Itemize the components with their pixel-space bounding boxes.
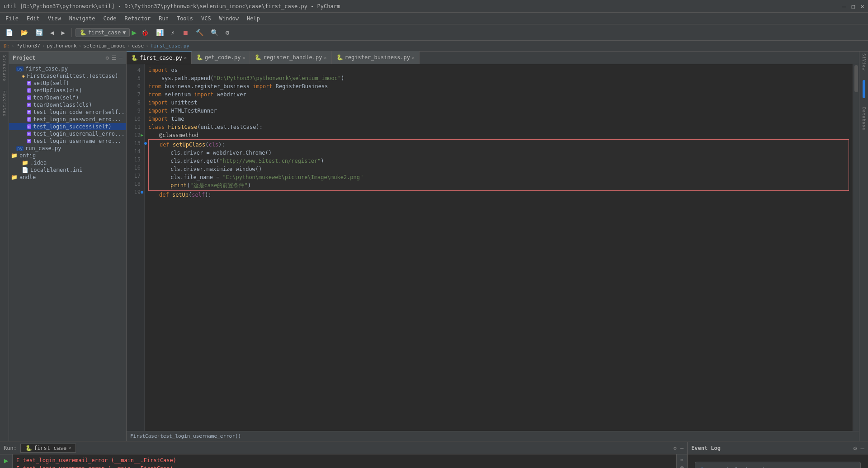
tree-item-test-username[interactable]: m test_login_username_erro... bbox=[9, 137, 126, 145]
editor-tab-bar: 🐍 first_case.py ✕ 🐍 get_code.py ✕ 🐍 regi… bbox=[127, 52, 859, 64]
database-icon[interactable]: Database bbox=[862, 107, 866, 130]
favorites-panel-icon[interactable]: Favorites bbox=[2, 90, 7, 117]
menu-file[interactable]: File bbox=[2, 14, 22, 23]
project-gear-icon[interactable]: ⚙ bbox=[106, 55, 109, 61]
close-button[interactable]: ✕ bbox=[861, 3, 864, 10]
method-icon: m bbox=[27, 117, 31, 122]
tree-item-firstcase-class[interactable]: ◈ FirstCase(unittest.TestCase) bbox=[9, 72, 126, 80]
run-trash-icon[interactable]: 🗑 bbox=[679, 465, 685, 468]
tree-item-config[interactable]: 📁 onfig bbox=[9, 152, 126, 159]
profile-icon[interactable]: ⚡ bbox=[168, 28, 177, 38]
tree-item-setupclass[interactable]: m setUpClass(cls) bbox=[9, 87, 126, 94]
sync-icon[interactable]: 🔄 bbox=[33, 28, 46, 38]
tree-item-test-code-error[interactable]: m test_login_code_error(self... bbox=[9, 109, 126, 116]
tab-close-button[interactable]: ✕ bbox=[412, 55, 415, 60]
tab-label: first_case.py bbox=[140, 55, 182, 61]
breadcrumb: D: › Python37 › pythonwork › selenium_im… bbox=[0, 41, 868, 52]
run-panel-hide-icon[interactable]: — bbox=[680, 445, 684, 451]
breadcrumb-drive[interactable]: D: bbox=[4, 43, 9, 49]
event-log-hide-icon[interactable]: — bbox=[861, 444, 864, 452]
menu-help[interactable]: Help bbox=[243, 14, 264, 23]
build-icon[interactable]: 🔨 bbox=[193, 28, 206, 38]
run-tab-close[interactable]: ✕ bbox=[68, 445, 71, 450]
forward-icon[interactable]: ▶ bbox=[58, 28, 67, 38]
bottom-panel: Run: 🐍 first_case ✕ ⚙ — ▶ ↑ ⏹ ↓ ⏸ ↻ ↕ 🖨 bbox=[0, 441, 868, 468]
tab-close-button[interactable]: ✕ bbox=[184, 55, 187, 60]
minimize-button[interactable]: — bbox=[842, 3, 846, 10]
run-edit-icon[interactable]: ✏ bbox=[680, 456, 684, 463]
breadcrumb-python37[interactable]: Python37 bbox=[16, 43, 40, 49]
run-configuration[interactable]: 🐍 first_case ▼ bbox=[75, 28, 130, 37]
folder-icon: 📁 bbox=[22, 160, 28, 166]
tab-close-button[interactable]: ✕ bbox=[242, 55, 245, 60]
tab-register-handle[interactable]: 🐍 register_handle.py ✕ bbox=[250, 51, 331, 64]
code-editor[interactable]: 4 5 6 7 8 9 10 11 12 ▶ 13 ● 14 15 16 bbox=[127, 64, 859, 431]
menu-tools[interactable]: Tools bbox=[173, 14, 197, 23]
line-numbers: 4 5 6 7 8 9 10 11 12 ▶ 13 ● 14 15 16 bbox=[127, 64, 145, 431]
open-icon[interactable]: 📂 bbox=[18, 28, 31, 38]
search-everywhere-icon[interactable]: 🔍 bbox=[208, 28, 221, 38]
run-right-icons: ✏ 🗑 🔧 bbox=[676, 454, 687, 468]
menu-view[interactable]: View bbox=[44, 14, 65, 23]
tree-item-test-success[interactable]: m test_login_success(self) bbox=[9, 123, 126, 130]
tree-item-first-case[interactable]: py first_case.py bbox=[9, 65, 126, 72]
tree-item-setup[interactable]: m setUp(self) bbox=[9, 80, 126, 87]
tree-item-test-password-error[interactable]: m test_login_password_erro... bbox=[9, 116, 126, 123]
maximize-button[interactable]: ❐ bbox=[851, 3, 855, 10]
menu-navigate[interactable]: Navigate bbox=[66, 14, 99, 23]
back-icon[interactable]: ◀ bbox=[47, 28, 57, 38]
tree-item-handle[interactable]: 📁 andle bbox=[9, 174, 126, 181]
breadcrumb-pythonwork[interactable]: pythonwork bbox=[47, 43, 76, 49]
tab-get-code[interactable]: 🐍 get_code.py ✕ bbox=[192, 51, 250, 64]
project-layout-icon[interactable]: ☰ bbox=[112, 55, 117, 61]
menu-code[interactable]: Code bbox=[100, 14, 120, 23]
debug-button[interactable]: 🐞 bbox=[138, 28, 151, 38]
tree-item-teardownclass[interactable]: m tearDownClass(cls) bbox=[9, 101, 126, 109]
tree-item-test-useremail[interactable]: m test_login_useremail_erro... bbox=[9, 130, 126, 137]
run-play-button[interactable]: ▶ bbox=[4, 456, 9, 465]
tab-close-button[interactable]: ✕ bbox=[324, 55, 327, 60]
stop-icon[interactable]: ⏹ bbox=[179, 28, 191, 38]
tree-item-teardown[interactable]: m tearDown(self) bbox=[9, 94, 126, 101]
project-panel-header: Project ⚙ ☰ — bbox=[9, 52, 126, 64]
tree-item-localelement[interactable]: 📄 LocalElement.ini bbox=[9, 166, 126, 174]
tab-label: get_code.py bbox=[205, 54, 241, 61]
event-log-header: Event Log ⚙ — bbox=[688, 442, 868, 454]
menu-window[interactable]: Window bbox=[216, 14, 242, 23]
editor-scrollbar[interactable] bbox=[853, 64, 859, 431]
breadcrumb-file[interactable]: first_case.py bbox=[151, 43, 189, 49]
menu-edit[interactable]: Edit bbox=[23, 14, 43, 23]
run-tab[interactable]: 🐍 first_case ✕ bbox=[20, 444, 76, 453]
toolbar: 📄 📂 🔄 ◀ ▶ 🐍 first_case ▼ ▶ 🐞 📊 ⚡ ⏹ 🔨 🔍 ⚙ bbox=[0, 24, 868, 41]
menu-refactor[interactable]: Refactor bbox=[121, 14, 154, 23]
new-file-icon[interactable]: 📄 bbox=[3, 28, 16, 38]
run-panel-content: ▶ ↑ ⏹ ↓ ⏸ ↻ ↕ 🖨 📌 E test_login_useremail… bbox=[0, 454, 687, 468]
tab-register-business[interactable]: 🐍 register_business.py ✕ bbox=[332, 51, 420, 64]
tab-icon: 🐍 bbox=[196, 54, 203, 61]
structure-panel-icon[interactable]: Structure bbox=[2, 55, 7, 81]
event-log-settings-icon[interactable]: ⚙ bbox=[853, 444, 857, 452]
scrollbar-thumb[interactable] bbox=[854, 65, 858, 92]
event-log-panel: Event Log ⚙ — ℹ IDE and Plugin Updates P… bbox=[687, 442, 868, 468]
file-icon: 📄 bbox=[22, 167, 28, 173]
run-panel-icons: ⚙ — bbox=[674, 445, 684, 451]
breadcrumb-selenium[interactable]: selenium_imooc bbox=[83, 43, 125, 49]
code-line-10: import time bbox=[148, 115, 849, 123]
menu-vcs[interactable]: VCS bbox=[198, 14, 215, 23]
settings-icon[interactable]: ⚙ bbox=[223, 28, 232, 38]
code-content-area[interactable]: import os sys.path.append("D:\Python37\p… bbox=[145, 64, 853, 431]
method-icon: m bbox=[27, 88, 31, 93]
method-icon: m bbox=[27, 95, 31, 100]
siview-icon[interactable]: SiView bbox=[862, 53, 866, 71]
menu-run[interactable]: Run bbox=[155, 14, 172, 23]
run-button[interactable]: ▶ bbox=[132, 28, 137, 37]
run-panel-settings-icon[interactable]: ⚙ bbox=[674, 445, 677, 451]
tab-first-case[interactable]: 🐍 first_case.py ✕ bbox=[127, 51, 192, 64]
code-line-11: class FirstCase(unittest.TestCase): bbox=[148, 123, 849, 131]
project-hide-icon[interactable]: — bbox=[119, 55, 123, 61]
tree-item-idea[interactable]: 📁 .idea bbox=[9, 159, 126, 166]
tree-item-run-case[interactable]: py run_case.py bbox=[9, 145, 126, 152]
run-tab-icon: 🐍 bbox=[25, 445, 32, 451]
breadcrumb-case[interactable]: case bbox=[132, 43, 144, 49]
run-with-coverage-icon[interactable]: 📊 bbox=[153, 28, 166, 38]
